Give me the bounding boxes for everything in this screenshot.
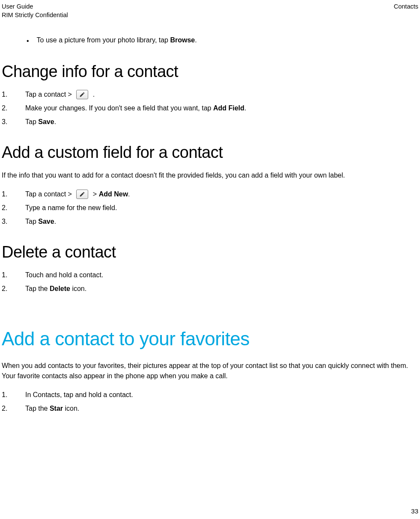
steps-change-info: Tap a contact > . Make your changes. If … (2, 89, 418, 127)
text-fragment: icon. (70, 285, 86, 292)
page-number: 33 (411, 507, 418, 515)
bold-fragment: Save (38, 218, 54, 225)
step-text: Type a name for the new field. (25, 203, 117, 213)
list-item: Type a name for the new field. (2, 203, 418, 213)
bold-fragment: Add New (99, 190, 128, 198)
header-doc-title: User Guide (2, 3, 68, 11)
step-text: In Contacts, tap and hold a contact. (25, 390, 133, 400)
step-text: Tap a contact > . (25, 89, 95, 100)
text-fragment: Tap a contact > (25, 190, 74, 198)
text-fragment: Tap the (25, 405, 50, 412)
header-confidential: RIM Strictly Confidential (2, 11, 68, 20)
list-item: Tap the Delete icon. (2, 284, 418, 294)
list-item: Touch and hold a contact. (2, 270, 418, 280)
page-header: User Guide RIM Strictly Confidential Con… (0, 0, 420, 19)
heading-custom-field: Add a custom field for a contact (2, 143, 418, 162)
page-content: • To use a picture from your photo libra… (0, 19, 420, 413)
bold-fragment: Browse (170, 36, 195, 44)
edit-icon (76, 190, 88, 199)
bold-fragment: Star (50, 405, 63, 412)
text-fragment: . (54, 118, 56, 125)
step-text: Tap the Star icon. (25, 403, 79, 414)
step-text: Touch and hold a contact. (25, 270, 103, 280)
text-fragment: . (244, 104, 246, 112)
bold-fragment: Delete (50, 285, 70, 292)
bold-fragment: Save (38, 118, 54, 125)
text-fragment: To use a picture from your photo library… (37, 36, 170, 44)
bold-fragment: Add Field (213, 104, 244, 112)
text-fragment: Tap the (25, 285, 50, 292)
text-fragment: Tap a contact > (25, 91, 74, 98)
text-fragment: Tap (25, 118, 38, 125)
heading-add-favorite: Add a contact to your favorites (2, 328, 418, 350)
header-section: Contacts (394, 3, 418, 19)
text-fragment: . (91, 91, 95, 98)
intro-custom-field: If the info that you want to add for a c… (2, 170, 418, 181)
list-item: Tap the Star icon. (2, 403, 418, 414)
intro-bullet: • To use a picture from your photo libra… (27, 36, 418, 46)
heading-change-info: Change info for a contact (2, 62, 418, 81)
list-item: Tap Save. (2, 216, 418, 227)
text-fragment: . (54, 218, 56, 225)
list-item: In Contacts, tap and hold a contact. (2, 390, 418, 400)
text-fragment: Make your changes. If you don't see a fi… (25, 104, 213, 112)
text-fragment: . (195, 36, 197, 44)
list-item: Tap a contact > > Add New. (2, 189, 418, 199)
text-fragment: Tap (25, 218, 38, 225)
step-text: Tap Save. (25, 117, 56, 127)
steps-delete-contact: Touch and hold a contact. Tap the Delete… (2, 270, 418, 294)
step-text: Tap Save. (25, 216, 56, 227)
intro-bullet-text: To use a picture from your photo library… (37, 36, 197, 46)
intro-add-favorite: When you add contacts to your favorites,… (2, 361, 418, 381)
step-text: Make your changes. If you don't see a fi… (25, 103, 246, 113)
text-fragment: > (91, 190, 98, 198)
header-left: User Guide RIM Strictly Confidential (2, 3, 68, 19)
list-item: Tap a contact > . (2, 89, 418, 100)
list-item: Tap Save. (2, 117, 418, 127)
steps-add-favorite: In Contacts, tap and hold a contact. Tap… (2, 390, 418, 414)
steps-custom-field: Tap a contact > > Add New. Type a name f… (2, 189, 418, 227)
list-item: Make your changes. If you don't see a fi… (2, 103, 418, 113)
step-text: Tap the Delete icon. (25, 284, 86, 294)
edit-icon (76, 90, 88, 99)
text-fragment: icon. (63, 405, 79, 412)
text-fragment: . (128, 190, 130, 198)
heading-delete-contact: Delete a contact (2, 243, 418, 261)
step-text: Tap a contact > > Add New. (25, 189, 130, 199)
bullet-icon: • (27, 36, 29, 46)
